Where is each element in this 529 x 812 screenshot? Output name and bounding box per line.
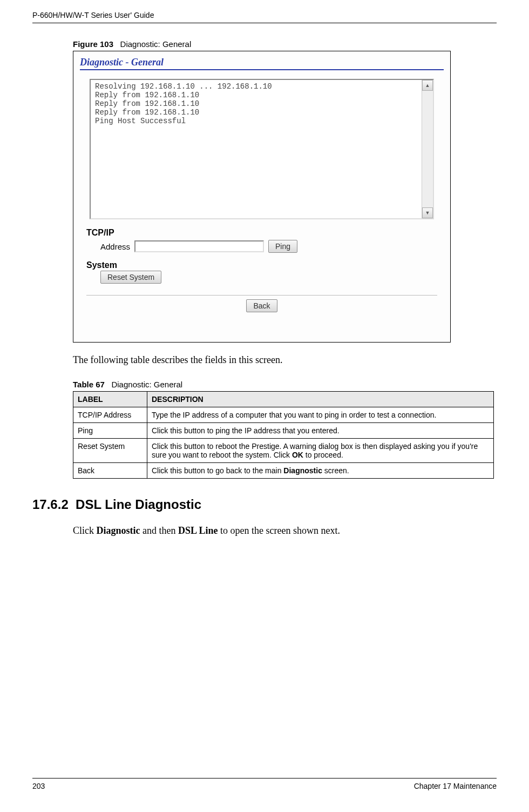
cell-desc: Click this button to reboot the Prestige… [147,439,494,463]
cell-label: Back [73,463,147,479]
figure-label: Figure 103 [73,39,113,49]
figure-title: Diagnostic: General [120,39,192,49]
console-output-text: Resolving 192.168.1.10 ... 192.168.1.10 … [91,80,422,218]
back-button[interactable]: Back [246,299,277,312]
tcpip-section-label: TCP/IP [86,228,437,238]
panel-title-underline [80,69,444,70]
scroll-up-icon[interactable]: ▲ [422,80,433,91]
figure-caption: Figure 103 Diagnostic: General [73,39,497,49]
system-section-label: System [86,260,437,270]
cell-desc: Click this button to go back to the main… [147,463,494,479]
header-guide-title: P-660H/HW/W-T Series User' Guide [32,11,497,23]
table-header-label: LABEL [73,392,147,407]
page-footer: 203 Chapter 17 Maintenance [32,778,497,790]
chapter-label: Chapter 17 Maintenance [414,782,497,790]
address-input[interactable] [134,240,264,252]
cell-desc: Type the IP address of a computer that y… [147,407,494,423]
console-viewport: Resolving 192.168.1.10 ... 192.168.1.10 … [90,79,434,219]
table-row: TCP/IP Address Type the IP address of a … [73,407,494,423]
scroll-down-icon[interactable]: ▼ [422,207,433,218]
description-table: LABEL DESCRIPTION TCP/IP Address Type th… [73,391,494,479]
reset-system-button[interactable]: Reset System [100,271,161,284]
cell-label: Reset System [73,439,147,463]
table-row: Back Click this button to go back to the… [73,463,494,479]
diagnostic-general-screenshot: Diagnostic - General Resolving 192.168.1… [73,51,451,343]
table-caption: Table 67 Diagnostic: General [73,380,497,389]
table-caption-title: Diagnostic: General [111,380,182,389]
table-row: Reset System Click this button to reboot… [73,439,494,463]
address-field-label: Address [100,242,130,251]
post-figure-text: The following table describes the fields… [73,354,497,366]
cell-label: TCP/IP Address [73,407,147,423]
page-number: 203 [32,782,45,790]
table-row: Ping Click this button to ping the IP ad… [73,423,494,439]
section-title: DSL Line Diagnostic [76,497,201,512]
table-header-description: DESCRIPTION [147,392,494,407]
section-number: 17.6.2 [32,497,69,512]
panel-title: Diagnostic - General [73,51,450,69]
scrollbar-vertical[interactable]: ▲ ▼ [422,80,433,218]
table-caption-label: Table 67 [73,380,105,389]
cell-label: Ping [73,423,147,439]
section-heading: 17.6.2 DSL Line Diagnostic [32,497,497,512]
cell-desc: Click this button to ping the IP address… [147,423,494,439]
screenshot-divider [86,295,437,296]
ping-button[interactable]: Ping [268,240,297,253]
section-body-text: Click Diagnostic and then DSL Line to op… [73,525,497,536]
